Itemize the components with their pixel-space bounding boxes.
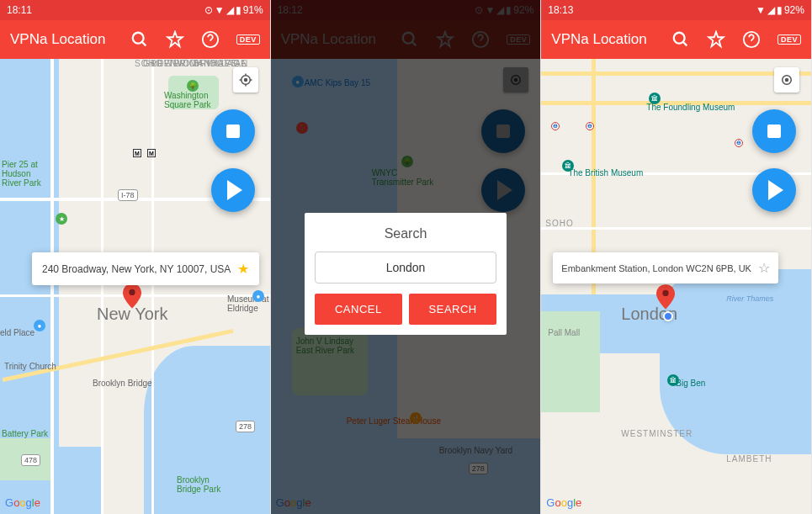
status-bar: 18:13 ▼ ◢ ▮ 92% — [541, 0, 811, 20]
help-icon[interactable] — [742, 30, 761, 49]
svg-point-9 — [674, 33, 685, 44]
park-poi-icon: 🌳 — [187, 80, 199, 92]
status-time: 18:13 — [548, 4, 573, 16]
screen-search: 18:12 ⊙ ▼ ◢ ▮ 92% VPNa Location DEV AMC … — [271, 0, 542, 514]
app-bar: VPNa Location DEV — [541, 20, 811, 59]
status-icons: ▼ ◢ ▮ 92% — [756, 4, 804, 16]
tube-icon: ⊖ — [735, 139, 743, 147]
search-input[interactable] — [315, 252, 497, 283]
stop-button[interactable] — [211, 109, 255, 153]
signal-icon: ◢ — [226, 4, 234, 16]
location-address: 240 Broadway, New York, NY 10007, USA — [42, 263, 231, 275]
favorite-icon[interactable] — [707, 30, 725, 49]
svg-point-11 — [663, 290, 669, 296]
wifi-icon: ▼ — [215, 4, 225, 16]
poi-label: Brooklyn Bridge Park — [177, 475, 236, 494]
poi-label: Brooklyn Bridge — [93, 379, 152, 388]
map-pin-icon — [656, 284, 675, 310]
place-poi-icon: ● — [34, 320, 45, 331]
poi-label: Pier 25 at Hudson River Park — [2, 160, 52, 188]
play-button[interactable] — [211, 168, 255, 212]
svg-point-0 — [132, 33, 143, 44]
location-info-card[interactable]: 240 Broadway, New York, NY 10007, USA ★ — [32, 252, 259, 285]
status-icons: ⊙ ▼ ◢ ▮ 91% — [204, 4, 263, 16]
location-icon: ⊙ — [204, 4, 213, 16]
search-icon[interactable] — [671, 30, 690, 49]
favorite-icon[interactable] — [166, 30, 184, 49]
search-button[interactable]: SEARCH — [409, 294, 496, 325]
svg-point-13 — [785, 79, 788, 82]
app-bar: VPNa Location DEV — [0, 20, 270, 59]
subway-icon: M — [133, 149, 141, 157]
poi-label: Battery Park — [2, 429, 48, 438]
route-shield: I-78 — [118, 189, 138, 201]
area-label: LAMBETH — [726, 454, 772, 464]
svg-point-4 — [244, 79, 247, 82]
route-shield: 278 — [236, 421, 255, 432]
app-title: VPNa Location — [10, 31, 130, 48]
route-shield: 478 — [21, 454, 40, 466]
dev-badge[interactable]: DEV — [778, 34, 801, 45]
battery-text: 92% — [784, 4, 804, 16]
star-icon[interactable]: ☆ — [758, 260, 770, 276]
dev-badge[interactable]: DEV — [236, 34, 260, 45]
map-pin-icon — [123, 283, 141, 309]
area-label: SOHO — [545, 219, 573, 228]
star-icon[interactable]: ★ — [237, 261, 249, 277]
poi-label: The Foundling Museum — [646, 103, 735, 112]
poi-label: Washington Square Park — [164, 91, 231, 109]
poi-label: Big Ben — [676, 379, 705, 388]
screen-london: 18:13 ▼ ◢ ▮ 92% VPNa Location DEV The Fo… — [541, 0, 812, 514]
poi-label: The British Museum — [568, 168, 643, 178]
my-location-button[interactable] — [233, 67, 258, 93]
location-info-card[interactable]: Embankment Station, London WC2N 6PB, UK … — [553, 252, 778, 283]
signal-icon: ◢ — [767, 4, 775, 16]
place-poi-icon: ● — [252, 290, 264, 302]
play-button[interactable] — [752, 168, 796, 212]
poi-label: Pall Mall — [548, 328, 580, 337]
park-poi-icon: ★ — [56, 213, 67, 225]
battery-icon: ▮ — [236, 4, 241, 16]
google-logo: Google — [546, 496, 581, 509]
search-dialog: Search CANCEL SEARCH — [305, 213, 507, 335]
poi-label: Trinity Church — [4, 362, 56, 371]
status-bar: 18:11 ⊙ ▼ ◢ ▮ 91% — [0, 0, 270, 20]
cancel-button[interactable]: CANCEL — [315, 294, 402, 325]
search-icon[interactable] — [130, 30, 149, 49]
area-label: WESTMINSTER — [621, 429, 693, 438]
dialog-title: Search — [315, 226, 497, 241]
location-address: Embankment Station, London WC2N 6PB, UK — [561, 263, 751, 273]
river-label: River Thames — [726, 294, 773, 303]
app-title: VPNa Location — [551, 31, 671, 48]
screen-newyork: 18:11 ⊙ ▼ ◢ ▮ 91% VPNa Location DEV GREE… — [0, 0, 271, 514]
svg-point-2 — [129, 289, 135, 295]
battery-icon: ▮ — [777, 4, 783, 16]
poi-label: eld Place — [0, 328, 34, 337]
my-location-button[interactable] — [774, 67, 799, 93]
tube-icon: ⊖ — [551, 122, 560, 130]
stop-button[interactable] — [752, 109, 796, 153]
battery-text: 91% — [243, 4, 263, 16]
area-label: TWO BRIDGES — [168, 59, 237, 68]
status-time: 18:11 — [7, 4, 32, 16]
help-icon[interactable] — [201, 30, 220, 49]
wifi-icon: ▼ — [756, 4, 766, 16]
google-logo: Google — [5, 496, 40, 509]
subway-icon: M — [147, 149, 156, 157]
